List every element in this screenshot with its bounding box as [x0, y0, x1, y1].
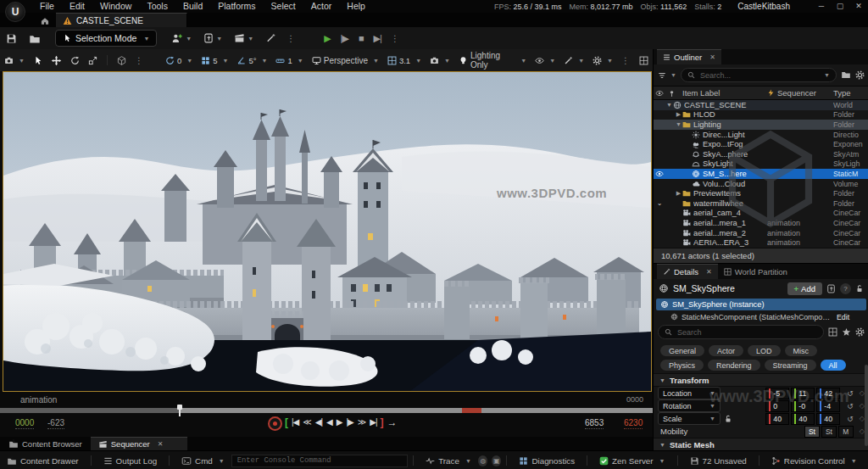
step-forward-button[interactable]: |▶ [346, 417, 353, 427]
trace-dropdown[interactable]: Trace▼ [419, 456, 478, 466]
sequencer-button[interactable] [259, 33, 282, 43]
step-back-button[interactable]: ◀| [315, 417, 322, 427]
outliner-settings-button[interactable] [855, 70, 865, 81]
viewport-settings-dropdown[interactable]: ▼ [588, 56, 617, 65]
timeline-playback-end-value[interactable]: 6230 [624, 418, 643, 429]
column-sequencer[interactable]: Sequencer [767, 88, 833, 98]
show-flags-dropdown[interactable]: ▼ [531, 56, 559, 65]
tab-world-partition[interactable]: World Partition [718, 265, 793, 279]
eye-icon[interactable] [654, 170, 665, 178]
category-chip-misc[interactable]: Misc [785, 345, 818, 356]
tab-content-browser[interactable]: Content Browser [0, 438, 91, 450]
play-options[interactable]: ⋮ [387, 34, 404, 43]
goto-end-arrow[interactable]: → [387, 416, 398, 428]
unreal-logo[interactable]: U [5, 2, 25, 22]
to-end-button[interactable]: ▶| [370, 417, 376, 427]
category-chip-physics[interactable]: Physics [660, 360, 704, 371]
scale-z-field[interactable]: 40 [816, 413, 840, 425]
category-chip-general[interactable]: General [660, 345, 704, 356]
screenshot-button[interactable]: ◍ [478, 455, 488, 466]
menu-file[interactable]: File [32, 0, 62, 13]
expand-arrow-icon[interactable]: ▼ [675, 121, 682, 127]
expand-arrow-icon[interactable]: ▶ [675, 111, 682, 118]
transform-overflow[interactable]: ⋮ [131, 56, 148, 65]
view-mode-dropdown[interactable]: Lighting Only▼ [454, 51, 531, 70]
record-button[interactable] [268, 416, 282, 431]
category-chip-rendering[interactable]: Rendering [708, 360, 760, 371]
help-icon[interactable]: ? [840, 283, 851, 294]
outliner-row-volu-cloud[interactable]: Volu...CloudVolume [654, 179, 868, 189]
scale-snap-control[interactable]: 1▼ [271, 56, 307, 65]
content-drawer-button[interactable]: Content Drawer [0, 456, 86, 466]
menu-edit[interactable]: Edit [62, 0, 92, 13]
home-icon[interactable] [34, 14, 56, 27]
screen-percentage-dropdown[interactable]: 3.1▼ [383, 56, 426, 65]
outliner-row-sm-s-here[interactable]: SM_S...hereStaticM [654, 169, 868, 179]
favorites-button[interactable] [842, 327, 851, 338]
outliner-row-aerial-mera-1[interactable]: aerial...mera_1animationCineCar [654, 218, 868, 228]
toolbar-overflow[interactable]: ⋮ [282, 34, 300, 43]
move-tool[interactable] [47, 55, 66, 66]
close-button[interactable]: ✕ [849, 0, 868, 13]
menu-select[interactable]: Select [264, 0, 303, 13]
3d-viewport[interactable]: www.3DPVD.com [3, 71, 652, 392]
scale-y-field[interactable]: 40 [791, 413, 815, 425]
jump-forward-button[interactable]: ≫ [358, 417, 365, 427]
level-tab[interactable]: CASTLE_SCENE [56, 13, 187, 27]
rotation-y-field[interactable]: -0 [791, 400, 815, 412]
rotation-snap-control[interactable]: 5°▼ [232, 56, 271, 65]
blueprint-convert-button[interactable] [826, 283, 836, 293]
viewport-options-menu[interactable]: ▼ [0, 56, 29, 65]
minimize-button[interactable]: ─ [812, 0, 831, 13]
cinematics-button[interactable]: ▼ [228, 33, 259, 43]
rotation-x-field[interactable]: 0 [765, 400, 789, 412]
playhead-handle[interactable] [177, 405, 182, 410]
outliner-row-lighting[interactable]: ▼LightingFolder [654, 120, 868, 130]
outliner-row-watermillwhee[interactable]: ⌄watermillwheeFolder [654, 198, 868, 209]
quad-view-button[interactable] [635, 56, 653, 65]
mobility-option-1[interactable]: St [821, 426, 837, 438]
reset-to-default-icon[interactable]: ↺ [847, 402, 854, 410]
category-chip-lod[interactable]: LOD [748, 345, 781, 356]
frame-skip-button[interactable]: |▶ [336, 33, 353, 44]
lock-icon[interactable] [855, 283, 864, 293]
outliner-row-expo-tfog[interactable]: Expo...tFogExponen [654, 139, 868, 149]
component-row[interactable]: StaticMeshComponent (StaticMeshComponent… [654, 311, 868, 322]
rotate-tool[interactable] [66, 56, 84, 65]
mobility-option-0[interactable]: St [804, 426, 820, 438]
category-chip-actor[interactable]: Actor [709, 345, 743, 356]
bug-report-button[interactable]: ▣ [492, 455, 502, 466]
menu-window[interactable]: Window [92, 0, 139, 13]
row-gutter[interactable]: ⌄ [654, 199, 665, 207]
grid-snap-control[interactable]: 5▼ [197, 56, 232, 65]
to-front-button[interactable]: |◀ [292, 417, 298, 427]
outliner-row-aerial-mera-2[interactable]: aerial...mera_2animationCineCar [654, 228, 868, 238]
jump-back-button[interactable]: ≪ [303, 417, 310, 427]
add-actor-button[interactable]: ▼ [165, 33, 198, 44]
outliner-row-hlod[interactable]: ▶HLODFolder [654, 110, 868, 120]
details-search-input[interactable] [676, 327, 817, 338]
outliner-row-previewitems[interactable]: ▶PreviewItemsFolder [654, 188, 868, 198]
search-options-icon[interactable]: ▼ [824, 72, 830, 78]
reverse-button[interactable]: ◀ [326, 417, 332, 427]
select-tool[interactable] [29, 56, 47, 65]
menu-help[interactable]: Help [339, 0, 373, 13]
expand-arrow-icon[interactable]: ▶ [675, 190, 682, 197]
outliner-row-aerial-cam-4[interactable]: aerial_cam_4CineCar [654, 209, 868, 219]
outliner-row-skylight[interactable]: SkyLightSkyLigh [654, 159, 868, 170]
maximize-button[interactable]: ▢ [831, 0, 849, 13]
outliner-row-castle-scene[interactable]: ▼CASTLE_SCENEWorld [654, 100, 868, 110]
column-type[interactable]: Type [833, 88, 868, 98]
console-command-input[interactable] [231, 455, 408, 467]
viewport-overflow[interactable]: ⋮ [617, 56, 635, 65]
details-settings-button[interactable] [855, 327, 865, 338]
unsaved-button[interactable]: 72 Unsaved [683, 456, 754, 466]
eye-column-icon[interactable] [654, 88, 665, 98]
pin-column-icon[interactable] [665, 88, 677, 98]
add-component-button[interactable]: + Add [787, 282, 822, 295]
tab-outliner[interactable]: Outliner ✕ [657, 49, 721, 64]
timeline-end-value[interactable]: 6853 [585, 418, 604, 429]
close-icon[interactable]: ✕ [709, 53, 715, 61]
rotation-z-field[interactable]: -4 [816, 400, 840, 412]
tab-sequencer[interactable]: Sequencer ✕ [91, 437, 187, 450]
